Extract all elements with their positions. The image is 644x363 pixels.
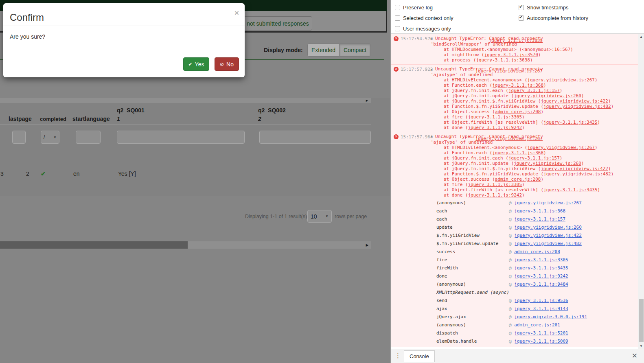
scrollbar-thumb[interactable] xyxy=(0,241,188,249)
source-link[interactable]: admin_core.js:208 xyxy=(514,249,560,254)
checkbox-user-messages-only[interactable]: User messages only xyxy=(395,25,451,32)
checkbox[interactable] xyxy=(395,15,400,21)
tab-console[interactable]: Console xyxy=(404,350,435,362)
stack-table-row: elemData.handle @ jquery-3.1.1.js:5009 xyxy=(391,337,638,346)
scrollbar-thumb[interactable] xyxy=(639,299,644,342)
at-symbol: @ xyxy=(509,233,512,238)
at-symbol: @ xyxy=(509,241,512,246)
completed-check-icon: ✔ xyxy=(41,171,46,177)
function-name: dispatch xyxy=(436,329,458,337)
display-mode-extended-button[interactable]: Extended xyxy=(307,44,340,57)
checkbox[interactable] xyxy=(519,15,524,21)
source-link[interactable]: admin_core.js:208 xyxy=(495,109,541,114)
source-link[interactable]: jquery-3.1.1.js:3435 xyxy=(543,187,597,192)
source-link[interactable]: jquery-3.1.1.js:9143 xyxy=(514,306,568,311)
source-link[interactable]: admin_core.js:208 xyxy=(495,177,541,182)
checkbox-preserve-log[interactable]: Preserve log xyxy=(395,4,433,11)
source-link[interactable]: jquery-3.1.1.js:3305 xyxy=(514,257,568,262)
source-link[interactable]: jquery-3.1.1.js:9242 xyxy=(514,273,568,279)
source-link[interactable]: jquery.yiigridview.js:422 xyxy=(541,166,608,171)
display-mode-compact-button[interactable]: Compact xyxy=(339,44,371,57)
source-link[interactable]: jquery-3.1.1.js:157 xyxy=(514,216,565,222)
scroll-up-icon[interactable]: ▲ xyxy=(638,34,644,39)
source-link[interactable]: jquery-migrate-3.0.0.js:191 xyxy=(514,314,587,319)
close-icon[interactable]: ✕ xyxy=(632,352,637,360)
scroll-right-icon[interactable]: ► xyxy=(365,98,369,103)
at-symbol: @ xyxy=(509,298,512,303)
column-header-completed[interactable]: completed xyxy=(40,116,66,122)
source-link[interactable]: jquery.yiigridview.js:422 xyxy=(541,98,608,104)
column-header-q2sq002[interactable]: q2_SQ002 xyxy=(258,107,286,114)
filter-q2sq001-input[interactable] xyxy=(117,131,245,144)
no-button[interactable]: ⊘ No xyxy=(215,57,239,71)
source-link[interactable]: jquery-3.1.1.js:9484 xyxy=(514,282,568,287)
source-link[interactable]: jquery.yiigridview.js:267 xyxy=(527,77,595,83)
filter-completed-select[interactable]: / ▼ xyxy=(41,131,59,144)
source-link[interactable]: jquery.yiigridview.js:482 xyxy=(514,241,582,246)
filter-lastpage-input[interactable] xyxy=(12,131,26,144)
yes-button[interactable]: ✔ Yes xyxy=(183,57,209,71)
source-link[interactable]: jquery-3.1.1.js:3638 xyxy=(476,57,530,63)
stack-frame: at jQuery.fn.init.update (jquery.yiigrid… xyxy=(444,93,638,98)
column-header-q2sq001[interactable]: q2_SQ001 xyxy=(117,107,145,114)
kebab-menu-icon[interactable]: ⋮ xyxy=(395,352,401,359)
source-link[interactable]: jquery.yiigridview.js:267 xyxy=(475,136,543,141)
filter-q2sq002-input[interactable] xyxy=(259,131,371,144)
source-link[interactable]: jquery-3.1.1.js:3435 xyxy=(514,265,568,271)
stack-frame: at jQuery.fn.init.$.fn.yiiGridView (jque… xyxy=(444,98,638,104)
checkbox[interactable] xyxy=(395,26,400,31)
scroll-down-icon[interactable]: ▼ xyxy=(638,343,644,349)
close-icon[interactable]: × xyxy=(234,9,239,17)
source-link[interactable]: jquery.yiigridview.js:482 xyxy=(543,104,611,109)
source-link[interactable]: jquery-3.1.1.js:5201 xyxy=(514,330,568,336)
source-link[interactable]: jquery-3.1.1.js:368 xyxy=(514,208,565,214)
source-link[interactable]: jquery-3.1.1.js:9242 xyxy=(468,192,522,198)
filter-startlanguage-input[interactable] xyxy=(76,131,101,144)
function-name: (anonymous) xyxy=(436,321,466,329)
source-link[interactable]: jquery-3.1.1.js:9242 xyxy=(468,125,522,130)
function-name: update xyxy=(436,223,453,232)
console-scrollbar[interactable]: ▲ ▼ xyxy=(638,34,644,349)
function-name: each xyxy=(436,207,447,215)
stack-table-row: (anonymous) @ admin_core.js:201 xyxy=(391,321,638,329)
source-link[interactable]: jquery-3.1.1.js:157 xyxy=(508,88,560,93)
source-link[interactable]: jquery-3.1.1.js:368 xyxy=(492,150,543,155)
source-link[interactable]: jquery-3.1.1.js:9536 xyxy=(514,298,568,303)
source-link[interactable]: jquery-3.1.1.js:5009 xyxy=(514,339,568,344)
source-link[interactable]: jquery-3.1.1.js:3305 xyxy=(468,182,522,187)
stack-frame: at Object.success (admin_core.js:208) xyxy=(444,109,638,114)
timestamp: 15:17:54.570 xyxy=(401,36,433,42)
source-link[interactable]: jquery-3.1.1.js:3435 xyxy=(543,120,597,125)
source-link[interactable]: jquery.yiigridview.js:260 xyxy=(514,93,581,98)
source-link[interactable]: jquery.yiigridview.js:482 xyxy=(543,171,611,177)
source-link[interactable]: admin_core.js:201 xyxy=(514,322,560,328)
column-header-lastpage[interactable]: lastpage xyxy=(9,116,32,122)
source-link[interactable]: jquery.yiigridview.js:422 xyxy=(514,233,582,238)
not-submitted-responses-button[interactable]: not submitted responses xyxy=(243,16,312,31)
grid-top-scrollbar[interactable] xyxy=(0,98,371,103)
checkbox[interactable] xyxy=(395,5,400,10)
source-link[interactable]: jquery-3.1.1.js:3570 xyxy=(484,52,538,57)
checkbox-show-timestamps[interactable]: Show timestamps xyxy=(519,4,569,11)
yes-button-label: Yes xyxy=(195,61,204,68)
source-link[interactable]: jquery.yiigridview.js:267 xyxy=(514,200,582,206)
at-symbol: @ xyxy=(509,282,512,287)
stack-frame: at jQuery.fn.init.each (jquery-3.1.1.js:… xyxy=(444,155,638,161)
source-link[interactable]: jquery-3.1.1.js:3855 xyxy=(489,38,543,43)
page-size-select[interactable]: 10 ▼ xyxy=(307,210,332,223)
scroll-right-icon[interactable]: ► xyxy=(364,241,371,249)
column-subheader-q2sq002: 2 xyxy=(258,116,261,122)
source-link[interactable]: jquery-3.1.1.js:3305 xyxy=(468,114,522,120)
source-link[interactable]: jquery.yiigridview.js:260 xyxy=(514,225,582,230)
header-divider xyxy=(0,125,371,125)
checkbox-selected-context-only[interactable]: Selected context only xyxy=(395,15,453,21)
stack-table-row: ajax @ jquery-3.1.1.js:9143 xyxy=(391,305,638,313)
source-link[interactable]: jquery.yiigridview.js:267 xyxy=(527,145,595,150)
source-link[interactable]: jquery.yiigridview.js:267 xyxy=(475,68,543,74)
checkbox-autocomplete-from-history[interactable]: Autocomplete from history xyxy=(519,15,588,21)
source-link[interactable]: jquery-3.1.1.js:157 xyxy=(508,155,560,161)
source-link[interactable]: jquery.yiigridview.js:260 xyxy=(514,161,581,166)
source-link[interactable]: jquery-3.1.1.js:368 xyxy=(492,83,543,88)
column-header-startlanguage[interactable]: startlanguage xyxy=(72,116,110,122)
checkbox[interactable] xyxy=(519,5,524,10)
